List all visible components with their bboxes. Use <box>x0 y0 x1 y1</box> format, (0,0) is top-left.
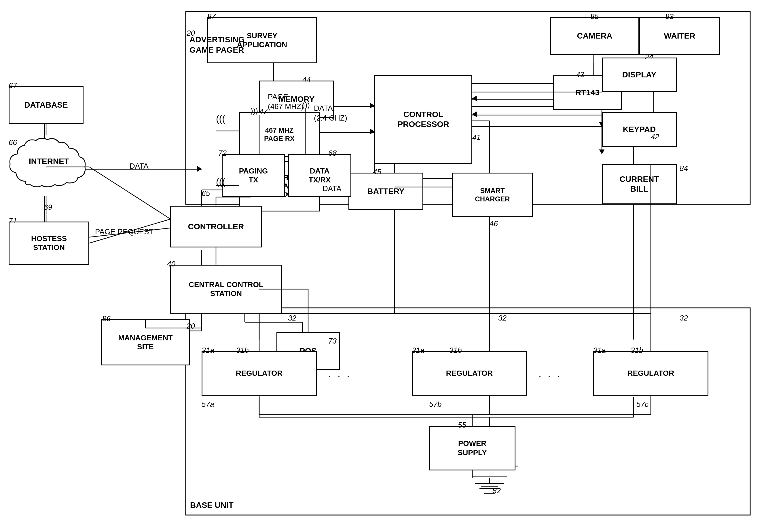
svg-line-82 <box>89 167 170 219</box>
internet-cloud: INTERNET <box>9 135 89 196</box>
ref-72: 72 <box>218 149 227 158</box>
svg-marker-64 <box>599 150 605 154</box>
hostess-station-box: HOSTESSSTATION <box>9 222 89 265</box>
regulator-b-label: REGULATOR <box>446 369 493 378</box>
ref-43: 43 <box>576 70 584 79</box>
ref-44: 44 <box>302 75 311 84</box>
ref-32-1: 32 <box>288 314 296 323</box>
page-request-label: PAGE REQUEST <box>95 227 153 236</box>
ref-45: 45 <box>373 167 381 176</box>
controller-label: CONTROLLER <box>188 222 244 232</box>
ref-24: 24 <box>645 52 654 61</box>
svg-text:INTERNET: INTERNET <box>29 157 69 166</box>
regulator-c-box: REGULATOR <box>593 351 708 396</box>
data-right-label: DATA <box>323 184 341 193</box>
svg-marker-61 <box>472 112 477 117</box>
ref-87: 87 <box>207 12 216 21</box>
power-supply-box: POWERSUPPLY <box>429 426 515 470</box>
smart-charger-label: SMARTCHARGER <box>475 187 510 203</box>
wave-page: ))) <box>216 113 225 124</box>
camera-label: CAMERA <box>577 31 613 41</box>
paging-tx-box: PAGINGTX <box>222 154 285 197</box>
database-box: DATABASE <box>9 86 83 124</box>
battery-label: BATTERY <box>367 186 404 196</box>
base-unit-label: BASE UNIT <box>190 501 234 510</box>
hostess-station-label: HOSTESSSTATION <box>31 234 67 252</box>
central-control-box: CENTRAL CONTROLSTATION <box>170 265 282 314</box>
data-tx-rx-mid-box: DATATX/RX <box>288 154 351 197</box>
waiter-label: WAITER <box>664 31 696 41</box>
data-tx-rx-mid-label: DATATX/RX <box>309 167 331 184</box>
ref-31a-1: 31a <box>202 346 214 355</box>
database-label: DATABASE <box>24 100 68 110</box>
ref-31b-1: 31b <box>236 346 249 355</box>
central-control-label: CENTRAL CONTROLSTATION <box>188 280 264 298</box>
management-site-box: MANAGEMENTSITE <box>101 319 190 365</box>
ref-41: 41 <box>472 133 481 142</box>
display-box: DISPLAY <box>602 58 677 92</box>
ref-31a-2: 31a <box>412 346 424 355</box>
ref-31b-3: 31b <box>631 346 643 355</box>
ref-55: 55 <box>458 421 466 430</box>
page-rx-label: 467 MHZPAGE RX <box>264 126 295 143</box>
ref-31b-2: 31b <box>449 346 462 355</box>
advertising-game-pager-label: ADVERTISINGGAME PAGER <box>189 35 245 56</box>
ref-32-2: 32 <box>498 314 506 323</box>
dots-ab: · · · <box>328 370 351 382</box>
wave-data: ))) <box>216 177 225 187</box>
smart-charger-box: SMARTCHARGER <box>452 173 533 217</box>
keypad-box: KEYPAD <box>602 112 677 147</box>
ref-42: 42 <box>651 132 659 141</box>
ref-68: 68 <box>328 149 337 158</box>
ref-66: 66 <box>9 138 17 147</box>
rt143-label: RT143 <box>576 88 600 98</box>
ref-83: 83 <box>665 12 674 21</box>
ref-67: 67 <box>9 81 17 90</box>
ref-86: 86 <box>102 314 110 323</box>
controller-box: CONTROLLER <box>170 206 262 247</box>
dots-bc: · · · <box>538 370 561 382</box>
svg-marker-58 <box>370 129 374 134</box>
data-24ghz-label: DATA(2.4 GHZ) <box>314 104 347 123</box>
svg-marker-57 <box>370 129 374 134</box>
regulator-a-box: REGULATOR <box>202 351 317 396</box>
svg-marker-59 <box>370 103 374 108</box>
regulator-c-label: REGULATOR <box>628 369 674 378</box>
current-bill-box: CURRENTBILL <box>602 164 677 204</box>
paging-tx-label: PAGINGTX <box>239 167 268 184</box>
ground-symbol <box>472 478 507 501</box>
display-label: DISPLAY <box>622 70 657 80</box>
svg-marker-53 <box>197 166 202 171</box>
ref-40: 40 <box>167 260 175 268</box>
regulator-b-box: REGULATOR <box>412 351 527 396</box>
ref-31a-3: 31a <box>593 346 606 355</box>
wave-paging-up: ))) <box>251 106 258 115</box>
power-supply-label: POWERSUPPLY <box>458 439 487 457</box>
battery-box: BATTERY <box>348 173 423 210</box>
ref-65: 65 <box>202 189 210 198</box>
ref-57a: 57a <box>202 400 214 409</box>
page-467-label: PAGE(467 MHZ) <box>268 92 304 112</box>
ref-57c: 57c <box>637 400 649 409</box>
ref-71: 71 <box>9 216 17 225</box>
ref-47: 47 <box>259 107 268 116</box>
diagram: SURVEYAPPLICATION 87 CAMERA 85 WAITER 83… <box>0 0 766 532</box>
svg-marker-60 <box>472 96 477 101</box>
wave-data-up: ))) <box>302 101 310 110</box>
ref-85: 85 <box>590 12 599 21</box>
ref-84: 84 <box>680 164 688 173</box>
page-rx-box: 467 MHZPAGE RX <box>239 112 320 157</box>
ref-20-top: 20 <box>186 29 195 38</box>
svg-rect-1 <box>186 308 750 515</box>
regulator-a-label: REGULATOR <box>236 369 283 378</box>
control-processor-label: CONTROLPROCESSOR <box>398 110 449 129</box>
current-bill-label: CURRENTBILL <box>620 174 659 194</box>
ref-46: 46 <box>489 219 498 228</box>
ref-73: 73 <box>328 337 337 346</box>
data-left-label: DATA <box>129 162 148 171</box>
waiter-box: WAITER <box>639 17 720 55</box>
ref-20-bottom: 20 <box>186 322 195 331</box>
ref-57b: 57b <box>429 400 441 409</box>
control-processor-box: CONTROLPROCESSOR <box>374 75 472 164</box>
camera-box: CAMERA <box>550 17 639 55</box>
